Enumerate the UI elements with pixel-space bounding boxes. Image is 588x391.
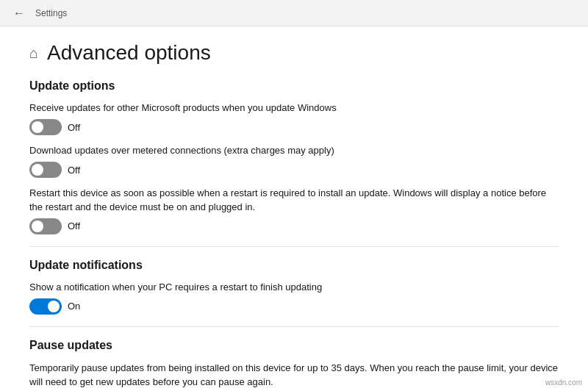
toggle-row-3: Off <box>29 218 559 234</box>
toggle-text-1: Off <box>68 122 80 133</box>
option-row-3: Restart this device as soon as possible … <box>29 187 559 234</box>
toggle-2[interactable] <box>29 162 62 178</box>
toggle-row-2: Off <box>29 162 559 178</box>
divider-1 <box>29 246 559 247</box>
toggle-text-2: Off <box>68 165 80 176</box>
window: ← Settings ⌂ Advanced options Update opt… <box>0 0 588 391</box>
update-options-section: Update options Receive updates for other… <box>29 79 559 234</box>
option-row-2: Download updates over metered connection… <box>29 144 559 178</box>
toggle-knob-notification-1 <box>48 301 60 312</box>
toggle-1[interactable] <box>29 119 62 135</box>
watermark: wsxdn.com <box>545 379 582 387</box>
page-title: Advanced options <box>47 41 211 65</box>
toggle-knob-1 <box>32 121 43 133</box>
toggle-row-1: Off <box>29 119 559 135</box>
toggle-text-notification-1: On <box>68 301 80 312</box>
toggle-notification-1[interactable] <box>29 298 62 315</box>
update-notifications-section: Update notifications Show a notification… <box>29 259 559 315</box>
home-icon[interactable]: ⌂ <box>29 45 38 62</box>
pause-updates-title: Pause updates <box>29 339 559 352</box>
back-button[interactable]: ← <box>9 3 29 24</box>
title-bar-text: Settings <box>35 8 67 18</box>
pause-description: Temporarily pause updates from being ins… <box>29 361 559 390</box>
toggle-knob-3 <box>32 220 43 232</box>
update-options-title: Update options <box>29 79 559 93</box>
option2-label: Download updates over metered connection… <box>29 144 559 157</box>
divider-2 <box>29 326 559 327</box>
option-row-1: Receive updates for other Microsoft prod… <box>29 101 559 135</box>
pause-updates-section: Pause updates Temporarily pause updates … <box>29 339 559 391</box>
notification-option1-label: Show a notification when your PC require… <box>29 281 559 294</box>
option1-label: Receive updates for other Microsoft prod… <box>29 101 559 115</box>
notification-toggle-row-1: On <box>29 298 559 315</box>
option3-label: Restart this device as soon as possible … <box>29 187 559 213</box>
page-header: ⌂ Advanced options <box>29 41 559 65</box>
toggle-text-3: Off <box>68 220 80 232</box>
update-notifications-title: Update notifications <box>29 259 559 272</box>
title-bar: ← Settings <box>0 0 588 26</box>
content-area: ⌂ Advanced options Update options Receiv… <box>0 26 588 391</box>
notification-option-row-1: Show a notification when your PC require… <box>29 281 559 315</box>
toggle-3[interactable] <box>29 218 62 234</box>
toggle-knob-2 <box>32 164 43 176</box>
